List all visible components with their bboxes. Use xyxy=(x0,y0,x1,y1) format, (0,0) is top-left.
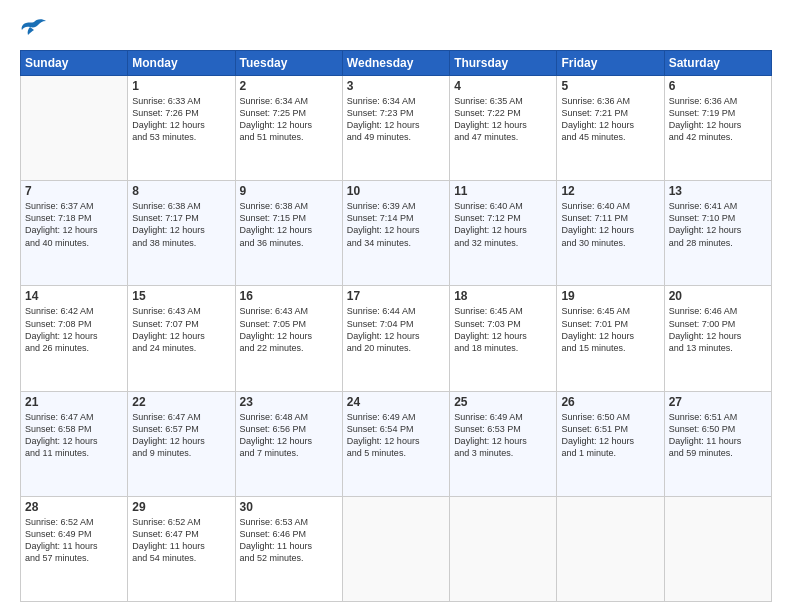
day-number: 12 xyxy=(561,184,659,198)
calendar-cell xyxy=(21,76,128,181)
calendar-cell: 6Sunrise: 6:36 AM Sunset: 7:19 PM Daylig… xyxy=(664,76,771,181)
calendar-cell: 24Sunrise: 6:49 AM Sunset: 6:54 PM Dayli… xyxy=(342,391,449,496)
day-info: Sunrise: 6:43 AM Sunset: 7:05 PM Dayligh… xyxy=(240,305,338,354)
calendar-week-row: 7Sunrise: 6:37 AM Sunset: 7:18 PM Daylig… xyxy=(21,181,772,286)
day-number: 26 xyxy=(561,395,659,409)
calendar-cell: 20Sunrise: 6:46 AM Sunset: 7:00 PM Dayli… xyxy=(664,286,771,391)
calendar-cell: 21Sunrise: 6:47 AM Sunset: 6:58 PM Dayli… xyxy=(21,391,128,496)
day-info: Sunrise: 6:45 AM Sunset: 7:01 PM Dayligh… xyxy=(561,305,659,354)
day-info: Sunrise: 6:38 AM Sunset: 7:17 PM Dayligh… xyxy=(132,200,230,249)
calendar-week-row: 28Sunrise: 6:52 AM Sunset: 6:49 PM Dayli… xyxy=(21,496,772,601)
calendar-cell: 5Sunrise: 6:36 AM Sunset: 7:21 PM Daylig… xyxy=(557,76,664,181)
day-number: 9 xyxy=(240,184,338,198)
calendar-cell xyxy=(342,496,449,601)
column-header-saturday: Saturday xyxy=(664,51,771,76)
day-info: Sunrise: 6:34 AM Sunset: 7:23 PM Dayligh… xyxy=(347,95,445,144)
calendar-cell: 4Sunrise: 6:35 AM Sunset: 7:22 PM Daylig… xyxy=(450,76,557,181)
day-info: Sunrise: 6:50 AM Sunset: 6:51 PM Dayligh… xyxy=(561,411,659,460)
day-info: Sunrise: 6:51 AM Sunset: 6:50 PM Dayligh… xyxy=(669,411,767,460)
calendar-week-row: 21Sunrise: 6:47 AM Sunset: 6:58 PM Dayli… xyxy=(21,391,772,496)
day-info: Sunrise: 6:35 AM Sunset: 7:22 PM Dayligh… xyxy=(454,95,552,144)
day-info: Sunrise: 6:40 AM Sunset: 7:12 PM Dayligh… xyxy=(454,200,552,249)
day-info: Sunrise: 6:43 AM Sunset: 7:07 PM Dayligh… xyxy=(132,305,230,354)
calendar-cell: 3Sunrise: 6:34 AM Sunset: 7:23 PM Daylig… xyxy=(342,76,449,181)
day-info: Sunrise: 6:38 AM Sunset: 7:15 PM Dayligh… xyxy=(240,200,338,249)
calendar-cell: 14Sunrise: 6:42 AM Sunset: 7:08 PM Dayli… xyxy=(21,286,128,391)
day-number: 22 xyxy=(132,395,230,409)
calendar-cell: 17Sunrise: 6:44 AM Sunset: 7:04 PM Dayli… xyxy=(342,286,449,391)
day-number: 14 xyxy=(25,289,123,303)
page: SundayMondayTuesdayWednesdayThursdayFrid… xyxy=(0,0,792,612)
day-info: Sunrise: 6:46 AM Sunset: 7:00 PM Dayligh… xyxy=(669,305,767,354)
day-info: Sunrise: 6:34 AM Sunset: 7:25 PM Dayligh… xyxy=(240,95,338,144)
day-number: 8 xyxy=(132,184,230,198)
day-number: 24 xyxy=(347,395,445,409)
day-number: 4 xyxy=(454,79,552,93)
calendar-week-row: 1Sunrise: 6:33 AM Sunset: 7:26 PM Daylig… xyxy=(21,76,772,181)
logo xyxy=(20,18,52,40)
day-number: 28 xyxy=(25,500,123,514)
calendar-cell xyxy=(450,496,557,601)
day-info: Sunrise: 6:42 AM Sunset: 7:08 PM Dayligh… xyxy=(25,305,123,354)
day-info: Sunrise: 6:37 AM Sunset: 7:18 PM Dayligh… xyxy=(25,200,123,249)
header xyxy=(20,18,772,40)
day-number: 15 xyxy=(132,289,230,303)
day-info: Sunrise: 6:47 AM Sunset: 6:57 PM Dayligh… xyxy=(132,411,230,460)
calendar-cell: 18Sunrise: 6:45 AM Sunset: 7:03 PM Dayli… xyxy=(450,286,557,391)
day-number: 17 xyxy=(347,289,445,303)
day-info: Sunrise: 6:36 AM Sunset: 7:21 PM Dayligh… xyxy=(561,95,659,144)
calendar-cell: 11Sunrise: 6:40 AM Sunset: 7:12 PM Dayli… xyxy=(450,181,557,286)
day-number: 27 xyxy=(669,395,767,409)
day-info: Sunrise: 6:39 AM Sunset: 7:14 PM Dayligh… xyxy=(347,200,445,249)
day-number: 10 xyxy=(347,184,445,198)
day-number: 21 xyxy=(25,395,123,409)
calendar-cell xyxy=(557,496,664,601)
day-info: Sunrise: 6:45 AM Sunset: 7:03 PM Dayligh… xyxy=(454,305,552,354)
day-number: 7 xyxy=(25,184,123,198)
day-number: 13 xyxy=(669,184,767,198)
day-number: 6 xyxy=(669,79,767,93)
calendar-cell: 16Sunrise: 6:43 AM Sunset: 7:05 PM Dayli… xyxy=(235,286,342,391)
calendar-week-row: 14Sunrise: 6:42 AM Sunset: 7:08 PM Dayli… xyxy=(21,286,772,391)
calendar-cell: 12Sunrise: 6:40 AM Sunset: 7:11 PM Dayli… xyxy=(557,181,664,286)
calendar-cell: 27Sunrise: 6:51 AM Sunset: 6:50 PM Dayli… xyxy=(664,391,771,496)
column-header-friday: Friday xyxy=(557,51,664,76)
calendar-cell: 13Sunrise: 6:41 AM Sunset: 7:10 PM Dayli… xyxy=(664,181,771,286)
calendar-cell: 8Sunrise: 6:38 AM Sunset: 7:17 PM Daylig… xyxy=(128,181,235,286)
column-header-sunday: Sunday xyxy=(21,51,128,76)
day-number: 19 xyxy=(561,289,659,303)
logo-icon xyxy=(20,18,48,40)
calendar-cell: 9Sunrise: 6:38 AM Sunset: 7:15 PM Daylig… xyxy=(235,181,342,286)
column-header-tuesday: Tuesday xyxy=(235,51,342,76)
day-number: 20 xyxy=(669,289,767,303)
day-number: 30 xyxy=(240,500,338,514)
calendar-header-row: SundayMondayTuesdayWednesdayThursdayFrid… xyxy=(21,51,772,76)
calendar-table: SundayMondayTuesdayWednesdayThursdayFrid… xyxy=(20,50,772,602)
day-number: 3 xyxy=(347,79,445,93)
day-number: 18 xyxy=(454,289,552,303)
calendar-cell xyxy=(664,496,771,601)
day-info: Sunrise: 6:49 AM Sunset: 6:53 PM Dayligh… xyxy=(454,411,552,460)
day-number: 1 xyxy=(132,79,230,93)
column-header-thursday: Thursday xyxy=(450,51,557,76)
day-info: Sunrise: 6:53 AM Sunset: 6:46 PM Dayligh… xyxy=(240,516,338,565)
calendar-cell: 19Sunrise: 6:45 AM Sunset: 7:01 PM Dayli… xyxy=(557,286,664,391)
day-info: Sunrise: 6:52 AM Sunset: 6:49 PM Dayligh… xyxy=(25,516,123,565)
calendar-cell: 15Sunrise: 6:43 AM Sunset: 7:07 PM Dayli… xyxy=(128,286,235,391)
calendar-cell: 2Sunrise: 6:34 AM Sunset: 7:25 PM Daylig… xyxy=(235,76,342,181)
calendar-cell: 26Sunrise: 6:50 AM Sunset: 6:51 PM Dayli… xyxy=(557,391,664,496)
day-info: Sunrise: 6:44 AM Sunset: 7:04 PM Dayligh… xyxy=(347,305,445,354)
day-info: Sunrise: 6:41 AM Sunset: 7:10 PM Dayligh… xyxy=(669,200,767,249)
column-header-wednesday: Wednesday xyxy=(342,51,449,76)
calendar-cell: 25Sunrise: 6:49 AM Sunset: 6:53 PM Dayli… xyxy=(450,391,557,496)
day-info: Sunrise: 6:52 AM Sunset: 6:47 PM Dayligh… xyxy=(132,516,230,565)
day-info: Sunrise: 6:33 AM Sunset: 7:26 PM Dayligh… xyxy=(132,95,230,144)
calendar-cell: 29Sunrise: 6:52 AM Sunset: 6:47 PM Dayli… xyxy=(128,496,235,601)
day-number: 11 xyxy=(454,184,552,198)
calendar-cell: 22Sunrise: 6:47 AM Sunset: 6:57 PM Dayli… xyxy=(128,391,235,496)
calendar-cell: 1Sunrise: 6:33 AM Sunset: 7:26 PM Daylig… xyxy=(128,76,235,181)
calendar-cell: 30Sunrise: 6:53 AM Sunset: 6:46 PM Dayli… xyxy=(235,496,342,601)
day-number: 23 xyxy=(240,395,338,409)
calendar-cell: 28Sunrise: 6:52 AM Sunset: 6:49 PM Dayli… xyxy=(21,496,128,601)
calendar-cell: 23Sunrise: 6:48 AM Sunset: 6:56 PM Dayli… xyxy=(235,391,342,496)
